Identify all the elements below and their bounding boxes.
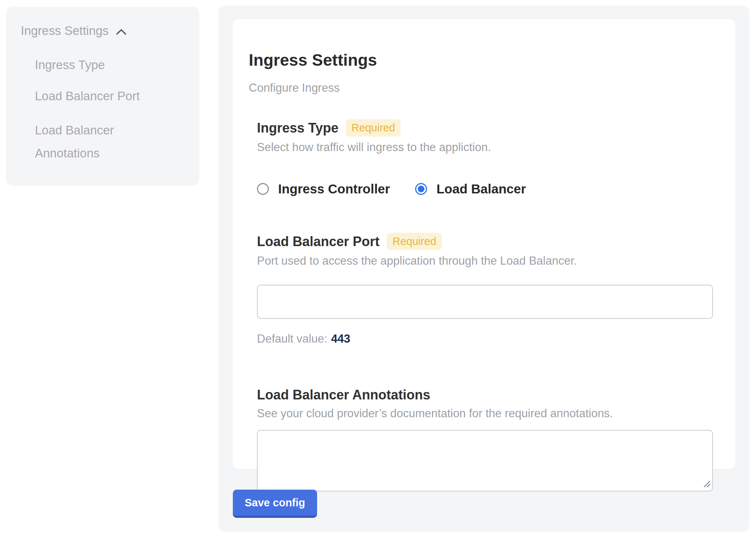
load-balancer-annotations-description: See your cloud provider’s documentation … <box>257 407 718 420</box>
sidebar-item-load-balancer-port[interactable]: Load Balancer Port <box>35 88 157 105</box>
field-ingress-type: Ingress Type Required Select how traffic… <box>257 119 718 196</box>
ingress-type-label: Ingress Type <box>257 120 338 136</box>
sidebar-item-load-balancer-annotations[interactable]: Load Balancer Annotations <box>35 119 157 165</box>
ingress-settings-card: Ingress Settings Configure Ingress Ingre… <box>233 19 735 469</box>
main-panel: Ingress Settings Configure Ingress Ingre… <box>218 6 749 532</box>
load-balancer-port-input[interactable] <box>257 285 713 319</box>
sidebar-item-list: Ingress Type Load Balancer Port Load Bal… <box>21 56 188 165</box>
settings-sidebar: Ingress Settings Ingress Type Load Balan… <box>6 7 199 186</box>
default-value-number: 443 <box>331 332 351 345</box>
required-badge: Required <box>346 119 401 137</box>
radio-label-ingress-controller: Ingress Controller <box>278 182 390 196</box>
page-title: Ingress Settings <box>249 51 718 69</box>
load-balancer-annotations-textarea[interactable] <box>257 430 713 491</box>
radio-unselected-icon[interactable] <box>257 183 269 195</box>
required-badge: Required <box>387 233 442 250</box>
ingress-type-radio-group: Ingress Controller Load Balancer <box>257 182 718 196</box>
save-config-button[interactable]: Save config <box>233 490 317 518</box>
radio-label-load-balancer: Load Balancer <box>436 182 526 196</box>
radio-option-load-balancer[interactable]: Load Balancer <box>415 182 526 196</box>
load-balancer-annotations-label: Load Balancer Annotations <box>257 387 430 403</box>
load-balancer-port-description: Port used to access the application thro… <box>257 254 718 268</box>
sidebar-item-ingress-type[interactable]: Ingress Type <box>35 56 157 74</box>
field-load-balancer-port: Load Balancer Port Required Port used to… <box>257 233 718 346</box>
sidebar-group-ingress-settings[interactable]: Ingress Settings <box>21 24 188 38</box>
sidebar-group-label: Ingress Settings <box>21 24 109 38</box>
radio-selected-icon[interactable] <box>415 183 427 195</box>
chevron-up-icon <box>115 28 127 35</box>
radio-option-ingress-controller[interactable]: Ingress Controller <box>257 182 390 196</box>
ingress-type-description: Select how traffic will ingress to the a… <box>257 141 718 154</box>
default-value-label: Default value: <box>257 332 328 345</box>
load-balancer-port-label: Load Balancer Port <box>257 234 379 249</box>
page-subtitle: Configure Ingress <box>249 81 718 95</box>
default-value-hint: Default value:443 <box>257 332 718 346</box>
field-load-balancer-annotations: Load Balancer Annotations See your cloud… <box>257 387 718 491</box>
